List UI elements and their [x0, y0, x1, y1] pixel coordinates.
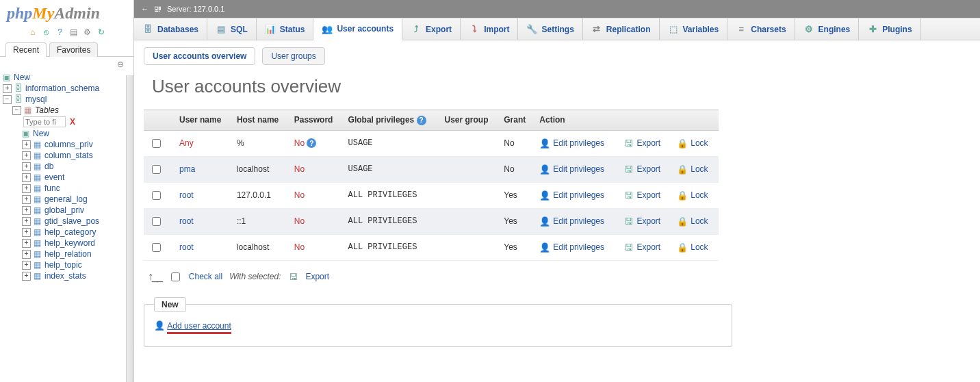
- lock-user-link[interactable]: Lock: [691, 216, 708, 226]
- col-user-group[interactable]: User group: [439, 110, 499, 131]
- tree-table[interactable]: general_log: [44, 194, 88, 204]
- help-icon[interactable]: ?: [417, 116, 426, 125]
- tree-table[interactable]: func: [44, 183, 60, 193]
- tree-table[interactable]: gtid_slave_pos: [44, 216, 99, 226]
- breadcrumb-text[interactable]: Server: 127.0.0.1: [167, 5, 224, 13]
- tree-new[interactable]: New: [14, 73, 30, 82]
- exit-icon[interactable]: ⎋: [41, 27, 52, 38]
- expand-icon[interactable]: +: [22, 162, 31, 171]
- tree-table[interactable]: help_relation: [44, 249, 92, 259]
- tree-table[interactable]: global_priv: [44, 205, 84, 215]
- expand-icon[interactable]: +: [3, 84, 12, 93]
- menu-status[interactable]: 📊Status: [257, 18, 314, 40]
- back-icon[interactable]: ←: [141, 5, 149, 13]
- clear-filter-icon[interactable]: X: [70, 117, 75, 127]
- edit-privileges-link[interactable]: Edit privileges: [553, 242, 604, 252]
- edit-privileges-link[interactable]: Edit privileges: [553, 138, 604, 148]
- bulk-export-link[interactable]: Export: [305, 272, 329, 281]
- tree-table[interactable]: columns_priv: [44, 140, 93, 149]
- tree-table[interactable]: help_category: [44, 227, 96, 237]
- menu-settings[interactable]: 🔧Settings: [518, 18, 582, 40]
- tree-db-information-schema[interactable]: information_schema: [25, 84, 99, 93]
- user-link[interactable]: pma: [179, 164, 195, 174]
- tree-filter-input[interactable]: [23, 116, 66, 127]
- edit-privileges-link[interactable]: Edit privileges: [553, 190, 604, 200]
- edit-privileges-link[interactable]: Edit privileges: [553, 216, 604, 226]
- lock-user-link[interactable]: Lock: [691, 138, 708, 148]
- expand-icon[interactable]: +: [22, 140, 31, 149]
- menu-variables[interactable]: ⬚Variables: [660, 18, 728, 40]
- tree-table[interactable]: db: [44, 162, 53, 171]
- expand-icon[interactable]: +: [22, 184, 31, 193]
- sql-icon[interactable]: ▤: [68, 27, 79, 38]
- subtab-user-accounts-overview[interactable]: User accounts overview: [144, 47, 255, 65]
- refresh-icon[interactable]: ↻: [96, 27, 107, 38]
- expand-icon[interactable]: +: [22, 250, 31, 259]
- subtab-user-groups[interactable]: User groups: [262, 47, 324, 65]
- export-user-link[interactable]: Export: [636, 216, 660, 226]
- check-all-checkbox[interactable]: [171, 272, 180, 281]
- expand-icon[interactable]: +: [22, 272, 31, 281]
- tree-db-mysql[interactable]: mysql: [25, 94, 47, 104]
- menu-engines[interactable]: ⚙Engines: [795, 18, 860, 40]
- export-user-link[interactable]: Export: [636, 190, 660, 200]
- tree-tables-label[interactable]: Tables: [35, 105, 59, 115]
- tree-new-table[interactable]: New: [33, 129, 49, 138]
- row-checkbox[interactable]: [152, 165, 161, 174]
- col-password[interactable]: Password: [289, 110, 343, 131]
- menu-replication[interactable]: ⇄Replication: [583, 18, 660, 40]
- expand-icon[interactable]: +: [22, 151, 31, 160]
- menu-plugins[interactable]: ✚Plugins: [859, 18, 920, 40]
- menu-export[interactable]: ⤴Export: [402, 18, 461, 40]
- tab-recent[interactable]: Recent: [5, 42, 47, 57]
- row-checkbox[interactable]: [152, 243, 161, 252]
- add-user-account-link[interactable]: Add user account: [167, 321, 231, 334]
- row-checkbox[interactable]: [152, 139, 161, 148]
- home-icon[interactable]: ⌂: [27, 27, 38, 38]
- col-hostname[interactable]: Host name: [231, 110, 289, 131]
- edit-privileges-link[interactable]: Edit privileges: [553, 164, 604, 174]
- lock-user-link[interactable]: Lock: [691, 242, 708, 252]
- menu-user-accounts[interactable]: 👥User accounts: [313, 18, 402, 40]
- col-username[interactable]: User name: [174, 110, 231, 131]
- row-checkbox[interactable]: [152, 217, 161, 226]
- gear-icon[interactable]: ⚙: [82, 27, 93, 38]
- check-all-link[interactable]: Check all: [189, 272, 222, 281]
- scrollbar[interactable]: [126, 75, 133, 382]
- menu-import[interactable]: ⤵Import: [461, 18, 518, 40]
- expand-icon[interactable]: +: [22, 195, 31, 204]
- collapse-icon[interactable]: −: [3, 95, 12, 104]
- lock-user-link[interactable]: Lock: [691, 164, 708, 174]
- expand-icon[interactable]: +: [22, 206, 31, 215]
- collapse-icon[interactable]: −: [12, 106, 21, 115]
- tree-table[interactable]: event: [44, 173, 64, 182]
- row-checkbox[interactable]: [152, 191, 161, 200]
- tree-table[interactable]: index_stats: [44, 271, 86, 281]
- col-global-priv[interactable]: Global privileges ?: [343, 110, 439, 131]
- expand-icon[interactable]: +: [22, 228, 31, 237]
- menu-charsets[interactable]: ≡Charsets: [727, 18, 795, 40]
- help-icon[interactable]: ?: [55, 27, 66, 38]
- user-link[interactable]: Any: [179, 138, 194, 148]
- user-link[interactable]: root: [179, 242, 194, 252]
- user-link[interactable]: root: [179, 216, 194, 226]
- expand-icon[interactable]: +: [22, 173, 31, 182]
- lock-user-link[interactable]: Lock: [691, 190, 708, 200]
- expand-icon[interactable]: +: [22, 217, 31, 226]
- logo[interactable]: phpMyAdmin: [0, 0, 133, 25]
- export-user-link[interactable]: Export: [636, 242, 660, 252]
- collapse-icon[interactable]: ⊖: [0, 60, 133, 69]
- tab-favorites[interactable]: Favorites: [49, 42, 98, 57]
- expand-icon[interactable]: +: [22, 239, 31, 248]
- col-grant[interactable]: Grant: [498, 110, 534, 131]
- tree-table[interactable]: help_topic: [44, 260, 82, 270]
- tree-table[interactable]: help_keyword: [44, 238, 95, 248]
- tree-table[interactable]: column_stats: [44, 151, 93, 160]
- menu-databases[interactable]: 🗄Databases: [134, 18, 207, 40]
- user-link[interactable]: root: [179, 190, 194, 200]
- export-user-link[interactable]: Export: [636, 164, 660, 174]
- export-user-link[interactable]: Export: [636, 138, 660, 148]
- help-icon[interactable]: ?: [307, 138, 316, 148]
- menu-sql[interactable]: ▤SQL: [207, 18, 257, 40]
- expand-icon[interactable]: +: [22, 261, 31, 270]
